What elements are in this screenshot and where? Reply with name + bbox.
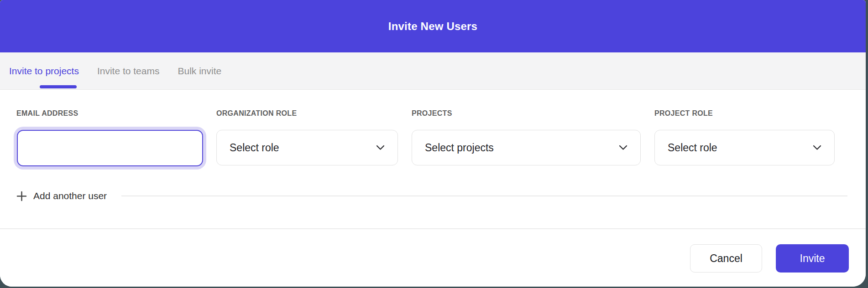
tab-invite-to-projects[interactable]: Invite to projects xyxy=(9,66,79,77)
dialog-footer: Cancel Invite xyxy=(0,228,866,287)
add-user-row: Add another user xyxy=(16,190,866,201)
email-address-label: EMAIL ADDRESS xyxy=(16,109,203,118)
project-role-field-group: PROJECT ROLE Select role xyxy=(654,109,835,165)
invite-new-users-dialog: Invite New Users Invite to projects Invi… xyxy=(0,0,866,287)
organization-role-select[interactable]: Select role xyxy=(216,130,398,165)
dialog-header: Invite New Users xyxy=(0,0,866,52)
chevron-down-icon xyxy=(376,145,385,150)
row-divider xyxy=(121,195,847,196)
organization-role-value: Select role xyxy=(230,142,279,154)
project-role-value: Select role xyxy=(668,142,717,154)
invite-button[interactable]: Invite xyxy=(776,244,849,273)
organization-role-field-group: ORGANIZATION ROLE Select role xyxy=(216,109,398,165)
user-fields-row: EMAIL ADDRESS ORGANIZATION ROLE Select r… xyxy=(16,109,866,166)
projects-label: PROJECTS xyxy=(412,109,641,118)
tab-bar: Invite to projects Invite to teams Bulk … xyxy=(0,52,866,90)
project-role-label: PROJECT ROLE xyxy=(654,109,835,118)
projects-select[interactable]: Select projects xyxy=(412,130,641,165)
add-another-user-button[interactable]: Add another user xyxy=(16,190,107,201)
invite-form: EMAIL ADDRESS ORGANIZATION ROLE Select r… xyxy=(0,90,866,201)
cancel-button[interactable]: Cancel xyxy=(690,244,762,273)
projects-value: Select projects xyxy=(425,142,494,154)
email-field-group: EMAIL ADDRESS xyxy=(16,109,203,166)
chevron-down-icon xyxy=(813,145,821,150)
chevron-down-icon xyxy=(619,145,627,150)
organization-role-label: ORGANIZATION ROLE xyxy=(216,109,398,118)
tab-invite-to-teams[interactable]: Invite to teams xyxy=(97,66,160,77)
dialog-title: Invite New Users xyxy=(388,20,477,33)
add-another-user-label: Add another user xyxy=(33,190,107,201)
project-role-select[interactable]: Select role xyxy=(654,130,835,165)
active-tab-indicator xyxy=(40,85,77,88)
tab-bulk-invite[interactable]: Bulk invite xyxy=(178,66,221,77)
email-input[interactable] xyxy=(17,130,203,166)
projects-field-group: PROJECTS Select projects xyxy=(412,109,641,165)
plus-icon xyxy=(16,191,27,201)
